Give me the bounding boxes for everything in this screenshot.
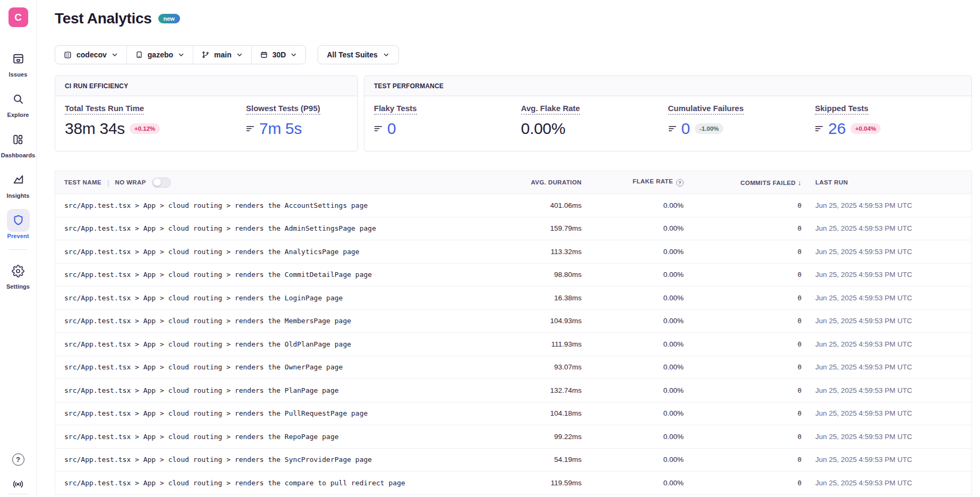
shield-icon	[7, 209, 30, 232]
broadcast-icon[interactable]	[11, 477, 25, 491]
test-name-cell: src/App.test.tsx > App > cloud routing >…	[55, 363, 497, 371]
metric-value: 0	[681, 120, 690, 138]
repo-icon	[135, 50, 143, 59]
summary-panels: CI RUN EFFICIENCY Total Tests Run Time 3…	[55, 75, 972, 151]
last-run-cell: Jun 25, 2025 4:59:53 PM UTC	[802, 456, 972, 464]
chevron-down-icon	[236, 51, 243, 58]
avg-duration-cell: 111.93ms	[497, 340, 582, 348]
sidebar-item-explore[interactable]: Explore	[7, 88, 30, 118]
chevron-down-icon	[111, 51, 118, 58]
last-run-cell: Jun 25, 2025 4:59:53 PM UTC	[802, 479, 972, 487]
table-row: src/App.test.tsx > App > cloud routing >…	[55, 194, 972, 217]
table-row: src/App.test.tsx > App > cloud routing >…	[55, 287, 972, 310]
table-row: src/App.test.tsx > App > cloud routing >…	[55, 471, 972, 495]
col-header-avg-duration[interactable]: AVG. DURATION	[497, 179, 582, 186]
sidebar-item-dashboards[interactable]: Dashboards	[1, 128, 36, 158]
avg-duration-cell: 113.32ms	[497, 248, 582, 256]
new-badge: new	[158, 14, 180, 23]
panel-title: CI RUN EFFICIENCY	[55, 76, 357, 96]
delta-badge: +0.04%	[850, 123, 881, 134]
help-icon[interactable]: ?	[12, 453, 24, 466]
table-row: src/App.test.tsx > App > cloud routing >…	[55, 425, 972, 449]
flake-rate-cell: 0.00%	[582, 340, 684, 348]
filter-funnel-icon[interactable]	[374, 124, 382, 133]
commits-failed-cell: 0	[684, 248, 802, 256]
panel-body: Flaky Tests 0 Avg. Flake Rate	[364, 96, 972, 138]
org-avatar[interactable]: C	[8, 7, 28, 27]
sidebar-broadcast	[0, 477, 36, 491]
avg-duration-cell: 93.07ms	[497, 363, 582, 371]
no-wrap-toggle[interactable]	[152, 178, 171, 188]
flake-rate-cell: 0.00%	[582, 294, 684, 302]
flake-rate-cell: 0.00%	[582, 317, 684, 325]
col-header-test-name[interactable]: TEST NAME	[64, 179, 101, 186]
metric-skipped-tests: Skipped Tests 26 +0.04%	[815, 104, 962, 138]
test-name-cell: src/App.test.tsx > App > cloud routing >…	[55, 409, 497, 417]
filter-funnel-icon[interactable]	[246, 124, 254, 133]
sidebar-item-label: Dashboards	[1, 152, 36, 158]
col-header-flake-rate[interactable]: FLAKE RATE?	[582, 178, 684, 187]
last-run-cell: Jun 25, 2025 4:59:53 PM UTC	[802, 409, 972, 417]
filter-funnel-icon[interactable]	[815, 124, 823, 133]
sidebar-divider	[9, 249, 27, 250]
metric-label[interactable]: Slowest Tests (P95)	[246, 104, 320, 115]
metric-label[interactable]: Cumulative Failures	[668, 104, 744, 115]
col-header-last-run[interactable]: LAST RUN	[802, 179, 972, 186]
metric-label[interactable]: Total Tests Run Time	[65, 104, 144, 115]
flake-rate-cell: 0.00%	[582, 201, 684, 209]
sidebar-item-label: Explore	[7, 112, 29, 118]
commits-failed-cell: 0	[684, 340, 802, 348]
test-name-cell: src/App.test.tsx > App > cloud routing >…	[55, 317, 497, 325]
sidebar-item-settings[interactable]: Settings	[6, 259, 30, 290]
metric-cumulative-failures: Cumulative Failures 0 -1.00%	[668, 104, 815, 138]
last-run-cell: Jun 25, 2025 4:59:53 PM UTC	[802, 294, 972, 302]
sort-desc-icon: ↓	[798, 179, 802, 187]
table-row: src/App.test.tsx > App > cloud routing >…	[55, 379, 972, 402]
metric-value: 7m 5s	[259, 120, 302, 138]
panel-title: TEST PERFORMANCE	[364, 76, 972, 96]
last-run-cell: Jun 25, 2025 4:59:53 PM UTC	[802, 317, 972, 325]
chevron-down-icon	[382, 51, 390, 58]
flake-rate-cell: 0.00%	[582, 363, 684, 371]
table-row: src/App.test.tsx > App > cloud routing >…	[55, 240, 972, 264]
commits-failed-cell: 0	[684, 386, 802, 394]
repo-selector[interactable]: gazebo	[127, 46, 193, 64]
table-row: src/App.test.tsx > App > cloud routing >…	[55, 264, 972, 287]
issues-icon	[7, 47, 30, 70]
last-run-cell: Jun 25, 2025 4:59:53 PM UTC	[802, 224, 972, 232]
metric-value: 0.00%	[521, 120, 566, 138]
test-name-cell: src/App.test.tsx > App > cloud routing >…	[55, 248, 497, 256]
sidebar-item-label: Insights	[7, 192, 30, 199]
metric-label[interactable]: Flaky Tests	[374, 104, 417, 115]
sidebar-footer-divider	[8, 494, 28, 494]
sidebar-item-prevent[interactable]: Prevent	[7, 209, 30, 239]
test-name-cell: src/App.test.tsx > App > cloud routing >…	[55, 340, 497, 348]
chevron-down-icon	[290, 51, 297, 58]
test-name-cell: src/App.test.tsx > App > cloud routing >…	[55, 271, 497, 279]
metric-label[interactable]: Skipped Tests	[815, 104, 868, 115]
sidebar-item-issues[interactable]: Issues	[7, 47, 30, 78]
org-value: codecov	[76, 50, 107, 59]
avg-duration-cell: 159.79ms	[497, 224, 582, 232]
metric-label[interactable]: Avg. Flake Rate	[521, 104, 580, 115]
table-row: src/App.test.tsx > App > cloud routing >…	[55, 356, 972, 380]
sidebar-item-label: Issues	[9, 71, 28, 78]
last-run-cell: Jun 25, 2025 4:59:53 PM UTC	[802, 340, 972, 348]
page-title: Test Analytics	[55, 10, 152, 27]
commits-failed-cell: 0	[684, 479, 802, 487]
avg-duration-cell: 104.18ms	[497, 409, 582, 417]
filter-funnel-icon[interactable]	[668, 124, 677, 133]
sidebar-item-insights[interactable]: Insights	[7, 169, 30, 199]
commits-failed-cell: 0	[684, 224, 802, 232]
metric-slowest-tests: Slowest Tests (P95) 7m 5s	[246, 104, 358, 138]
test-performance-panel: TEST PERFORMANCE Flaky Tests 0	[364, 75, 972, 151]
org-selector[interactable]: codecov	[55, 46, 127, 64]
info-icon[interactable]: ?	[676, 179, 684, 187]
branch-value: main	[214, 50, 232, 59]
table-body: src/App.test.tsx > App > cloud routing >…	[55, 194, 972, 495]
test-suites-selector[interactable]: All Test Suites	[318, 45, 398, 64]
table-header-row: TEST NAME | NO WRAP AVG. DURATION FLAKE …	[55, 171, 972, 194]
col-header-commits-failed[interactable]: COMMITS FAILED↓	[684, 179, 802, 187]
branch-selector[interactable]: main	[193, 46, 252, 64]
date-range-selector[interactable]: 30D	[252, 46, 306, 64]
